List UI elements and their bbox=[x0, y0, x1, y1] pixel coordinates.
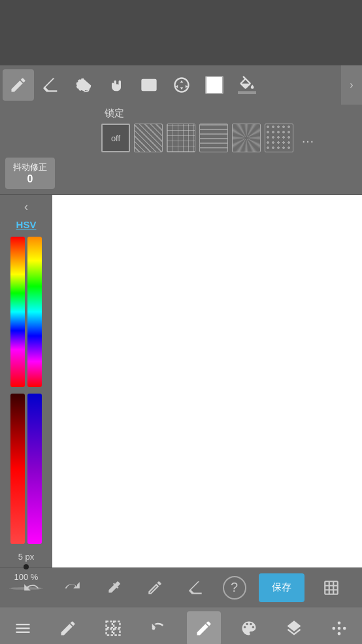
nav-menu[interactable] bbox=[6, 611, 40, 645]
lock-label: 锁定 bbox=[105, 107, 124, 120]
color-sliders bbox=[10, 237, 42, 387]
nav-pen[interactable] bbox=[187, 611, 221, 645]
lock-off-button[interactable]: off bbox=[101, 124, 130, 152]
toolbar-expand-btn[interactable]: › bbox=[341, 65, 362, 105]
nav-undo[interactable] bbox=[141, 611, 175, 645]
size-dot bbox=[24, 564, 29, 569]
save-button[interactable]: 保存 bbox=[259, 573, 304, 602]
svg-rect-2 bbox=[142, 80, 156, 90]
main-area: ‹ HSV 5 px 100 % bbox=[0, 195, 362, 568]
svg-point-7 bbox=[338, 626, 341, 630]
tool-transform[interactable] bbox=[166, 69, 197, 101]
pen-small-button[interactable] bbox=[140, 573, 169, 602]
grid-button[interactable] bbox=[317, 573, 346, 602]
main-toolbar: › bbox=[0, 65, 362, 105]
tool-rectangle[interactable] bbox=[133, 69, 165, 101]
help-button[interactable]: ? bbox=[223, 576, 246, 600]
nav-settings[interactable] bbox=[322, 611, 356, 645]
jitter-button[interactable]: 抖动修正 0 bbox=[5, 158, 55, 189]
collapse-button[interactable]: ‹ bbox=[16, 200, 37, 214]
svg-point-11 bbox=[343, 626, 346, 630]
size-dot-area bbox=[7, 564, 46, 569]
lock-pattern-radial[interactable] bbox=[265, 124, 293, 152]
lock-pattern-grid[interactable] bbox=[167, 124, 195, 152]
tool-fill[interactable] bbox=[231, 69, 263, 101]
nav-palette[interactable] bbox=[232, 611, 266, 645]
size-label: 5 px bbox=[18, 552, 35, 562]
tool-pencil[interactable] bbox=[3, 69, 34, 101]
value-alpha-sliders bbox=[10, 394, 42, 544]
eraser-small-button[interactable] bbox=[182, 573, 210, 602]
value-slider[interactable] bbox=[10, 394, 25, 544]
canvas-area[interactable] bbox=[52, 195, 362, 568]
lock-pattern-fan[interactable] bbox=[232, 124, 261, 152]
svg-rect-3 bbox=[107, 621, 112, 627]
hue-slider[interactable] bbox=[10, 237, 25, 387]
svg-point-9 bbox=[338, 632, 341, 635]
jitter-row: 抖动修正 0 bbox=[0, 156, 362, 195]
saturation-slider[interactable] bbox=[27, 237, 42, 387]
left-panel: ‹ HSV 5 px 100 % bbox=[0, 195, 52, 568]
nav-layers[interactable] bbox=[277, 611, 311, 645]
lock-patterns-row: off … bbox=[0, 122, 362, 156]
svg-line-1 bbox=[84, 91, 88, 92]
eyedropper-button[interactable] bbox=[99, 573, 128, 602]
tool-lasso[interactable] bbox=[68, 69, 99, 101]
svg-rect-5 bbox=[107, 629, 112, 635]
nav-bar bbox=[0, 607, 362, 644]
tool-color-square[interactable] bbox=[199, 69, 230, 101]
svg-point-8 bbox=[338, 621, 341, 624]
tool-hand[interactable] bbox=[101, 69, 132, 101]
lock-pattern-diagonal[interactable] bbox=[134, 124, 163, 152]
undo-button[interactable] bbox=[17, 573, 46, 602]
bottom-toolbar: ? 保存 bbox=[0, 568, 362, 607]
top-bar bbox=[0, 0, 362, 65]
svg-point-10 bbox=[333, 626, 336, 630]
nav-select[interactable] bbox=[96, 611, 130, 645]
lock-pattern-lines[interactable] bbox=[199, 124, 228, 152]
tool-eraser[interactable] bbox=[35, 69, 67, 101]
lock-row: 锁定 bbox=[0, 105, 362, 122]
hsv-label[interactable]: HSV bbox=[16, 219, 37, 230]
nav-new[interactable] bbox=[51, 611, 85, 645]
svg-rect-6 bbox=[114, 629, 120, 635]
redo-button[interactable] bbox=[58, 573, 87, 602]
lock-more-button[interactable]: … bbox=[297, 124, 318, 152]
svg-rect-4 bbox=[114, 621, 120, 627]
alpha-slider[interactable] bbox=[27, 394, 42, 544]
